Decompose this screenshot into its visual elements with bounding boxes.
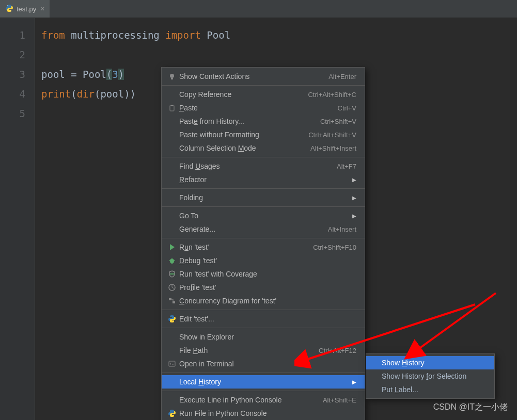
menu-item-label: Local History [178, 378, 350, 386]
submenu-item-label: Show History [381, 359, 486, 367]
menu-shortcut: Ctrl+Alt+Shift+V [308, 131, 356, 139]
menu-item-label: Profile 'test' [178, 283, 356, 292]
paren: ( [71, 88, 76, 100]
menu-item[interactable]: Local History▶ [162, 375, 365, 389]
python-file-icon [5, 4, 13, 14]
paren: ) [118, 69, 124, 80]
submenu-item[interactable]: Put Label... [366, 383, 494, 396]
python-icon [166, 315, 178, 323]
menu-item-label: Paste without Formatting [178, 131, 308, 139]
submenu-item[interactable]: Show History [366, 356, 494, 369]
menu-item[interactable]: Folding▶ [162, 191, 365, 204]
menu-item-label: Paste [178, 104, 338, 112]
menu-item[interactable]: Execute Line in Python ConsoleAlt+Shift+… [162, 393, 365, 407]
line-number: 4 [0, 84, 25, 104]
identifier: Pool [207, 29, 230, 41]
menu-item-label: Paste from History... [178, 117, 320, 125]
menu-item[interactable]: Generate...Alt+Insert [162, 222, 365, 236]
menu-separator [162, 206, 365, 207]
submenu-item[interactable]: Show History for Selection [366, 369, 494, 383]
identifier: multiprocessing [71, 29, 165, 41]
keyword: import [165, 29, 207, 41]
watermark: CSDN @IT之一小佬 [433, 402, 508, 413]
svg-point-6 [170, 259, 174, 264]
menu-separator [162, 391, 365, 391]
menu-item-label: Folding [178, 193, 350, 202]
menu-item-label: Column Selection Mode [178, 144, 310, 152]
number: 3 [112, 69, 118, 80]
menu-item[interactable]: Refactor▶ [162, 173, 365, 186]
menu-item[interactable]: PasteCtrl+V [162, 101, 365, 115]
menu-shortcut: Alt+Enter [328, 73, 356, 80]
terminal-icon [166, 360, 178, 368]
menu-item[interactable]: Show Context ActionsAlt+Enter [162, 70, 365, 83]
menu-shortcut: Ctrl+V [338, 104, 356, 112]
menu-item[interactable]: Profile 'test' [162, 281, 365, 294]
menu-item[interactable]: Open in Terminal [162, 357, 365, 370]
tab-filename: test.py [17, 5, 36, 13]
menu-item-label: Debug 'test' [178, 256, 356, 265]
menu-shortcut: Alt+Shift+Insert [310, 144, 356, 152]
menu-item-label: Copy Reference [178, 90, 308, 99]
menu-item-label: Edit 'test'... [178, 315, 356, 323]
menu-item[interactable]: Copy ReferenceCtrl+Alt+Shift+C [162, 88, 365, 101]
menu-item[interactable]: File PathCtrl+Alt+F12 [162, 344, 365, 357]
submenu-arrow-icon: ▶ [350, 177, 356, 183]
menu-shortcut: Alt+Shift+E [323, 396, 356, 404]
menu-shortcut: Alt+Insert [328, 225, 356, 233]
editor-tab[interactable]: test.py × [0, 0, 50, 18]
line-number: 1 [0, 25, 25, 45]
close-icon[interactable]: × [39, 5, 45, 13]
run-icon [166, 243, 178, 251]
menu-item-label: Concurrency Diagram for 'test' [178, 297, 356, 305]
submenu-local-history[interactable]: Show HistoryShow History for SelectionPu… [366, 353, 495, 399]
submenu-arrow-icon: ▶ [350, 213, 356, 219]
code: (pool)) [95, 88, 136, 100]
svg-rect-10 [169, 298, 171, 300]
context-menu[interactable]: Show Context ActionsAlt+EnterCopy Refere… [161, 67, 365, 420]
menu-item[interactable]: Go To▶ [162, 209, 365, 222]
submenu-arrow-icon: ▶ [350, 379, 356, 385]
submenu-item-label: Put Label... [381, 385, 486, 394]
coverage-icon [166, 270, 178, 278]
svg-point-1 [10, 10, 11, 11]
menu-shortcut: Ctrl+Shift+F10 [313, 244, 356, 251]
submenu-arrow-icon: ▶ [350, 195, 356, 201]
line-gutter: 1 2 3 4 5 [0, 18, 35, 420]
menu-item[interactable]: Run File in Python Console [162, 407, 365, 420]
svg-rect-5 [171, 105, 173, 106]
menu-separator [162, 328, 365, 328]
menu-item-label: Refactor [178, 175, 350, 184]
menu-separator [162, 310, 365, 310]
menu-item-label: Open in Terminal [178, 360, 356, 368]
svg-point-2 [170, 74, 174, 78]
menu-item-label: Run File in Python Console [178, 409, 356, 417]
line-number: 5 [0, 104, 25, 123]
menu-item[interactable]: Edit 'test'... [162, 312, 365, 326]
menu-shortcut: Alt+F7 [337, 163, 356, 170]
concurrency-icon [166, 297, 178, 305]
menu-item[interactable]: Find UsagesAlt+F7 [162, 159, 365, 173]
menu-item[interactable]: Debug 'test' [162, 254, 365, 267]
menu-item[interactable]: Run 'test' with Coverage [162, 267, 365, 281]
keyword: from [41, 29, 71, 41]
menu-item[interactable]: Paste without FormattingCtrl+Alt+Shift+V [162, 128, 365, 141]
code: pool = Pool [41, 69, 106, 80]
line-number: 2 [0, 45, 25, 64]
menu-item[interactable]: Column Selection ModeAlt+Shift+Insert [162, 141, 365, 155]
menu-item[interactable]: Concurrency Diagram for 'test' [162, 294, 365, 308]
menu-item-label: Show Context Actions [178, 72, 328, 80]
bug-icon [166, 256, 178, 265]
menu-item-label: Execute Line in Python Console [178, 396, 323, 404]
builtin: print [41, 88, 71, 100]
menu-item-label: Run 'test' [178, 243, 313, 251]
menu-separator [162, 238, 365, 238]
menu-shortcut: Ctrl+Alt+Shift+C [308, 91, 356, 99]
svg-rect-4 [170, 105, 174, 111]
svg-rect-11 [173, 301, 175, 303]
menu-item[interactable]: Show in Explorer [162, 330, 365, 344]
menu-item[interactable]: Run 'test'Ctrl+Shift+F10 [162, 240, 365, 254]
menu-separator [162, 85, 365, 86]
menu-item[interactable]: Paste from History...Ctrl+Shift+V [162, 115, 365, 128]
bulb-icon [166, 72, 178, 80]
